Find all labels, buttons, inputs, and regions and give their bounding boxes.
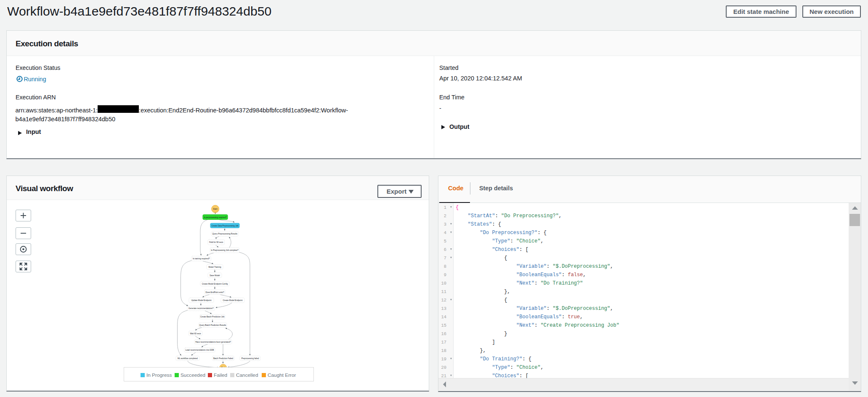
svg-text:Hold for 60 secs: Hold for 60 secs: [209, 241, 223, 243]
svg-text:ML workflow completed: ML workflow completed: [178, 357, 198, 360]
svg-text:Batch Prediction Failed: Batch Prediction Failed: [213, 357, 234, 360]
svg-text:Have recommendations been gene: Have recommendations been generated?: [195, 341, 231, 343]
svg-text:Model Training: Model Training: [208, 266, 221, 268]
svg-text:Query Batch Prediction Results: Query Batch Prediction Results: [199, 324, 227, 326]
svg-text:Create Data Preprocessing Job: Create Data Preprocessing Job: [211, 225, 239, 227]
svg-text:Start: Start: [213, 208, 218, 210]
svg-text:Preprocessing failed: Preprocessing failed: [242, 357, 259, 360]
svg-text:Is Preprocessing Job complete?: Is Preprocessing Job complete?: [211, 249, 239, 251]
svg-text:Update Model Endpoint: Update Model Endpoint: [191, 299, 212, 301]
svg-text:Create Model Endpoint: Create Model Endpoint: [223, 299, 243, 301]
svg-text:Load recommendations into DDB: Load recommendations into DDB: [186, 349, 214, 351]
svg-text:Save Model: Save Model: [210, 274, 220, 277]
svg-text:Wait 60 secs: Wait 60 secs: [190, 333, 201, 335]
svg-text:Generate recommendations?: Generate recommendations?: [188, 307, 214, 309]
svg-text:Create Model Endpoint Config: Create Model Endpoint Config: [202, 283, 228, 285]
svg-text:Is training required?: Is training required?: [193, 258, 210, 260]
svg-text:Is perprocessing required?: Is perprocessing required?: [204, 216, 227, 218]
svg-text:Create Batch Prediction Job: Create Batch Prediction Job: [200, 316, 225, 318]
svg-text:Query Preprocessing Results: Query Preprocessing Results: [212, 233, 237, 235]
svg-text:Does EndPoint exist?: Does EndPoint exist?: [206, 291, 224, 293]
